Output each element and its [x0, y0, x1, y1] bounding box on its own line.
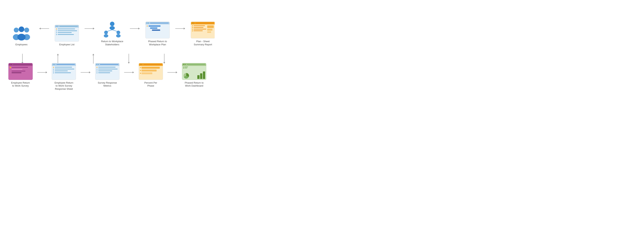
- dot: [146, 22, 148, 24]
- survey-response-sheet-label: Employee Return to Work Survey Response …: [54, 81, 73, 91]
- survey-metrics-label: Survey Response Metrics: [98, 81, 117, 88]
- gantt-bar-3: [152, 30, 160, 31]
- plan-sheet-label: Plan - Sheet Summary Report: [194, 40, 212, 46]
- v-arrow-head-up: [57, 54, 59, 55]
- line-4: [58, 34, 74, 35]
- dot: [194, 22, 194, 24]
- phased-plan-card: [146, 22, 170, 38]
- arrow-line: [41, 28, 49, 29]
- svg-line-13: [112, 30, 118, 32]
- percent-per-phase-node: Percent Per Phase: [134, 63, 168, 88]
- employees-node: Employees: [4, 26, 39, 46]
- v-line: [93, 55, 94, 64]
- card-dot-1: [56, 26, 57, 27]
- svg-line-12: [106, 30, 112, 32]
- employees-icon: [12, 26, 31, 42]
- dot: [148, 22, 149, 24]
- phased-plan-label: Phased Return to Workplace Plan: [148, 40, 167, 46]
- stakeholders-node: Return to Workplace Stakeholders: [94, 21, 130, 46]
- employee-list-label: Employee List: [59, 43, 74, 46]
- svg-point-6: [110, 22, 114, 26]
- employee-list-node: Employee List: [49, 25, 84, 46]
- top-row: Employees: [4, 21, 215, 46]
- v-line: [22, 54, 22, 62]
- bar-chart: [197, 72, 205, 79]
- svg-point-7: [110, 26, 115, 30]
- arrow-list-to-stakeholders: [84, 28, 94, 46]
- pie-chart: [183, 72, 190, 79]
- arrow-head-right: [138, 28, 140, 30]
- arrow-line: [84, 28, 93, 29]
- v-arrow-metrics: [92, 54, 94, 69]
- arrow-list-to-employees: [39, 28, 49, 46]
- line-1: [58, 28, 75, 29]
- card-header-bar: [196, 23, 214, 23]
- arrow-line: [175, 28, 184, 29]
- percent-per-phase-card: [139, 63, 163, 80]
- v-line: [58, 55, 58, 64]
- svg-point-2: [24, 28, 29, 32]
- diagram: Employees: [4, 21, 211, 91]
- phased-dashboard-node: Phased Return to Work Dashboard: [177, 63, 211, 88]
- arrow-stakeholders-to-plan: [130, 28, 140, 46]
- v-arrow-head-up: [92, 54, 94, 55]
- survey-metrics-node: Survey Response Metrics: [90, 63, 124, 88]
- plan-sheet-node: Plan - Sheet Summary Report: [185, 22, 215, 46]
- dot: [192, 22, 193, 24]
- phased-plan-node: Phased Return to Workplace Plan: [140, 22, 175, 46]
- v-line: [164, 54, 164, 62]
- arrow-line: [130, 28, 138, 29]
- v-arrow-sheet-down: [163, 54, 165, 69]
- employees-label: Employees: [16, 43, 28, 46]
- gantt-bar-1: [148, 25, 160, 27]
- employee-survey-card: [8, 63, 33, 80]
- v-arrow-head-down: [163, 62, 165, 64]
- v-arrow-head-down: [128, 62, 130, 64]
- arrow-percent-to-dashboard: [168, 63, 177, 82]
- arrow-head-left: [39, 28, 41, 30]
- stakeholders-label: Return to Workplace Stakeholders: [101, 40, 123, 46]
- svg-point-0: [14, 28, 19, 32]
- survey-response-sheet-node: Employee Return to Work Survey Response …: [47, 63, 81, 91]
- dot-blue-2: [56, 32, 57, 33]
- svg-point-4: [19, 26, 24, 32]
- percent-per-phase-label: Percent Per Phase: [144, 81, 157, 88]
- plan-sheet-card: [191, 22, 215, 38]
- stakeholders-icon: [102, 21, 122, 38]
- dot-blue-1: [56, 30, 57, 31]
- arrow-head-right: [93, 28, 94, 30]
- arrow-head-right: [184, 28, 185, 30]
- v-arrow-plan-down: [128, 54, 130, 69]
- v-line: [128, 54, 129, 62]
- arrow-survey-to-sheet: [37, 63, 47, 82]
- survey-metrics-card: [95, 63, 120, 80]
- phased-dashboard-label: Phased Return to Work Dashboard: [185, 81, 204, 88]
- line-3: [58, 32, 72, 33]
- card-header-bar: [59, 26, 78, 27]
- employee-survey-node: Employee Return to Work Survey: [4, 63, 37, 88]
- gantt-bar-2: [150, 28, 157, 29]
- arrow-plan-to-sheet: [175, 28, 185, 46]
- employee-survey-label: Employee Return to Work Survey: [11, 81, 30, 88]
- svg-point-11: [116, 34, 120, 38]
- employee-list-card: [55, 25, 79, 42]
- gantt-header-bar: [150, 23, 168, 23]
- card-dot-2: [57, 26, 58, 27]
- svg-point-5: [17, 34, 26, 40]
- line-2: [58, 30, 77, 31]
- svg-point-9: [104, 34, 108, 38]
- dot-orange-1: [56, 28, 57, 30]
- survey-response-sheet-card: [52, 63, 76, 80]
- phased-dashboard-card: [182, 63, 206, 80]
- dot-blue-3: [56, 34, 57, 35]
- arrow-sheet-to-metrics: [81, 63, 90, 82]
